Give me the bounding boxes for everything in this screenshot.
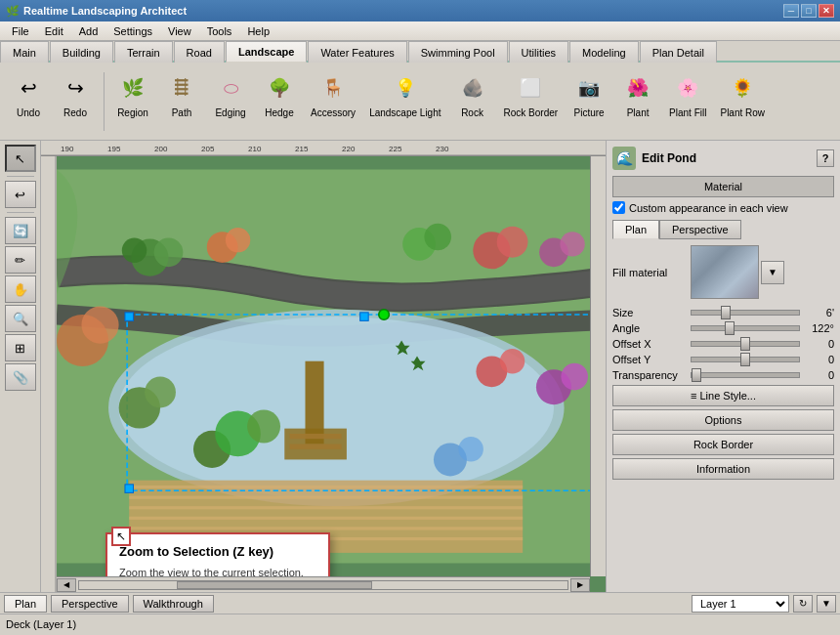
size-slider[interactable] xyxy=(691,310,800,316)
offset-x-slider[interactable] xyxy=(691,341,800,347)
toolbar-icon-hedge: 🌳 xyxy=(262,70,297,106)
svg-point-38 xyxy=(560,232,584,256)
angle-slider[interactable] xyxy=(691,325,800,331)
toolbar-btn-rock-border[interactable]: ⬜Rock Border xyxy=(499,66,564,122)
ruler-horizontal: 190 195 200 205 210 215 220 225 230 xyxy=(41,141,606,156)
bottom-tab-perspective[interactable]: Perspective xyxy=(51,595,128,613)
toolbar-tab-modeling[interactable]: Modeling xyxy=(569,41,639,63)
minimize-button[interactable]: ─ xyxy=(783,4,799,18)
toolbar-btn-redo[interactable]: ↪Redo xyxy=(53,66,98,122)
offset-x-value: 0 xyxy=(800,338,834,350)
ruler-h-svg: 190 195 200 205 210 215 220 225 230 xyxy=(41,141,606,156)
toolbar-btn-path[interactable]: 🛤Path xyxy=(159,66,204,122)
panel-tabs: Plan Perspective xyxy=(612,220,834,239)
angle-row: Angle 122° xyxy=(612,322,834,334)
side-tool-pan[interactable]: ✋ xyxy=(5,275,36,303)
panel-help-button[interactable]: ? xyxy=(817,149,834,167)
toolbar-btn-landscape-light[interactable]: 💡Landscape Light xyxy=(364,66,445,122)
side-tool-select[interactable]: ↖ xyxy=(5,145,36,172)
toolbar-btn-edging[interactable]: ⬭Edging xyxy=(208,66,253,122)
layer-dropdown[interactable]: Layer 1 xyxy=(692,595,789,613)
toolbar-tab-water-features[interactable]: Water Features xyxy=(308,41,406,63)
tab-plan[interactable]: Plan xyxy=(612,220,659,239)
toolbar-btn-accessory[interactable]: 🪑Accessory xyxy=(306,66,360,122)
toolbar-btn-rock[interactable]: 🪨Rock xyxy=(450,66,495,122)
svg-point-36 xyxy=(497,227,528,258)
menu-item-edit[interactable]: Edit xyxy=(37,23,71,39)
svg-point-34 xyxy=(424,224,451,251)
toolbar-tab-main[interactable]: Main xyxy=(0,41,49,63)
toolbar-tab-terrain[interactable]: Terrain xyxy=(114,41,173,63)
scrollbar-h-thumb[interactable] xyxy=(177,581,372,589)
svg-point-32 xyxy=(226,228,250,252)
svg-text:220: 220 xyxy=(342,145,356,153)
svg-rect-23 xyxy=(129,506,523,509)
toolbar-tab-landscape[interactable]: Landscape xyxy=(226,41,307,63)
transparency-slider[interactable] xyxy=(691,372,800,378)
toolbar-icon-rock: 🪨 xyxy=(455,70,490,106)
menu-item-settings[interactable]: Settings xyxy=(105,23,160,39)
layer-refresh-button[interactable]: ↻ xyxy=(793,595,813,613)
svg-point-50 xyxy=(247,410,280,444)
offset-y-slider[interactable] xyxy=(691,357,800,362)
information-button[interactable]: Information xyxy=(612,458,834,480)
svg-point-58 xyxy=(458,437,483,461)
scrollbar-h-track[interactable] xyxy=(78,580,568,590)
toolbar-tab-road[interactable]: Road xyxy=(174,41,225,63)
toolbar-tab-building[interactable]: Building xyxy=(50,41,113,63)
svg-text:205: 205 xyxy=(201,145,215,153)
side-tool-rotate[interactable]: 🔄 xyxy=(5,217,36,244)
scroll-left-button[interactable]: ◀ xyxy=(57,578,76,592)
toolbar-btn-hedge[interactable]: 🌳Hedge xyxy=(257,66,302,122)
toolbar-btn-undo[interactable]: ↩Undo xyxy=(6,66,51,122)
scrollbar-horizontal[interactable]: ◀ ▶ xyxy=(57,576,590,592)
menu-item-help[interactable]: Help xyxy=(239,23,277,39)
side-tool-grid[interactable]: ⊞ xyxy=(5,334,36,361)
layer-menu-button[interactable]: ▼ xyxy=(817,595,836,613)
side-tool-edit[interactable]: ✏ xyxy=(5,246,36,274)
angle-slider-container xyxy=(691,325,800,331)
bottom-tab-walkthrough[interactable]: Walkthrough xyxy=(133,595,214,613)
scroll-right-button[interactable]: ▶ xyxy=(570,578,590,592)
restore-button[interactable]: □ xyxy=(801,4,817,18)
svg-rect-11 xyxy=(41,156,57,592)
landscape-view[interactable]: ↖ Zoom to Selection (Z key) Zoom the vie… xyxy=(57,156,606,576)
svg-point-29 xyxy=(154,238,184,268)
toolbar-icon-plant-fill: 🌸 xyxy=(670,70,705,106)
svg-point-15 xyxy=(119,317,554,499)
left-sidebar: ↖↩🔄✏✋🔍⊞📎 xyxy=(0,141,41,592)
menu-item-file[interactable]: File xyxy=(4,23,37,39)
material-preview[interactable] xyxy=(691,245,759,299)
toolbar-tab-plan-detail[interactable]: Plan Detail xyxy=(640,41,717,63)
menu-item-view[interactable]: View xyxy=(160,23,199,39)
toolbar-btn-picture[interactable]: 📷Picture xyxy=(567,66,611,122)
tab-perspective[interactable]: Perspective xyxy=(659,220,740,239)
fill-material-label: Fill material xyxy=(612,267,691,278)
toolbar-btn-plant-fill[interactable]: 🌸Plant Fill xyxy=(664,66,711,122)
options-button[interactable]: Options xyxy=(612,409,834,431)
toolbar-btn-plant-row[interactable]: 🌻Plant Row xyxy=(715,66,770,122)
toolbar-tab-swimming-pool[interactable]: Swimming Pool xyxy=(408,41,508,63)
status-bar: Deck (Layer 1) xyxy=(0,614,840,633)
close-button[interactable]: ✕ xyxy=(819,4,834,18)
menu-item-add[interactable]: Add xyxy=(71,23,106,39)
svg-point-54 xyxy=(500,349,525,373)
material-dropdown-button[interactable]: ▼ xyxy=(761,261,784,284)
svg-text:195: 195 xyxy=(107,145,121,153)
scrollbar-vertical[interactable] xyxy=(590,156,606,576)
side-tool-snap[interactable]: 📎 xyxy=(5,363,36,391)
tooltip-title: Zoom to Selection (Z key) xyxy=(119,544,316,559)
toolbar-btn-region[interactable]: 🌿Region xyxy=(110,66,155,122)
line-style-button[interactable]: ≡ Line Style... xyxy=(612,385,834,406)
side-tool-zoom[interactable]: 🔍 xyxy=(5,305,36,332)
canvas-area: 190 195 200 205 210 215 220 225 230 xyxy=(41,141,606,592)
custom-appearance-checkbox[interactable] xyxy=(612,201,625,214)
rock-border-button[interactable]: Rock Border xyxy=(612,434,834,455)
bottom-tab-plan[interactable]: Plan xyxy=(4,595,47,613)
status-text: Deck (Layer 1) xyxy=(6,618,76,630)
svg-text:190: 190 xyxy=(61,145,74,153)
toolbar-tab-utilities[interactable]: Utilities xyxy=(509,41,568,63)
menu-item-tools[interactable]: Tools xyxy=(199,23,240,39)
toolbar-btn-plant[interactable]: 🌺Plant xyxy=(615,66,660,122)
side-tool-undo[interactable]: ↩ xyxy=(5,181,36,208)
